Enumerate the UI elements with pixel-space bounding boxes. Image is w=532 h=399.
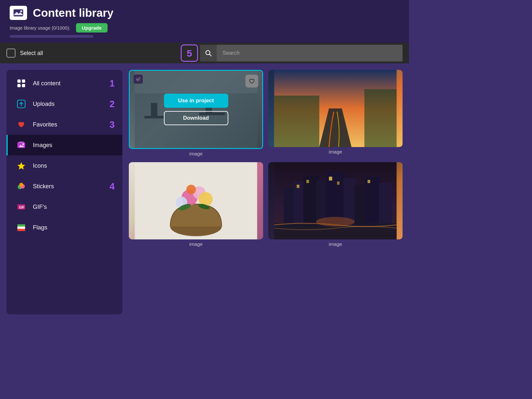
- sidebar-label-images: Images: [33, 142, 115, 149]
- page-title: Content library: [33, 6, 113, 19]
- svg-rect-1: [14, 9, 23, 16]
- header: Content library Image library usage (0/1…: [0, 0, 409, 43]
- sidebar-label-uploads: Uploads: [33, 100, 102, 107]
- svg-line-5: [210, 54, 212, 56]
- svg-rect-8: [17, 84, 21, 87]
- sidebar-label-favorites: Favorites: [33, 121, 102, 128]
- sidebar-item-images[interactable]: Images: [6, 135, 122, 155]
- search-input[interactable]: [217, 45, 403, 61]
- svg-rect-36: [365, 89, 397, 147]
- svg-rect-7: [22, 79, 25, 83]
- select-all-wrap: Select all: [6, 49, 181, 58]
- app-logo: [10, 6, 27, 20]
- sidebar-item-icons[interactable]: Icons: [6, 155, 122, 176]
- use-in-project-button-1[interactable]: Use in project: [164, 94, 228, 108]
- image-label-1: image: [129, 149, 263, 157]
- image-card-inner-2[interactable]: [268, 70, 403, 147]
- svg-rect-53: [355, 185, 366, 227]
- star-icon: [15, 160, 27, 172]
- badge-all-content: 1: [109, 78, 115, 89]
- images-icon: [15, 139, 27, 151]
- image-card-1[interactable]: Use in project Download image: [129, 70, 263, 157]
- svg-point-18: [19, 183, 23, 187]
- svg-point-43: [186, 185, 196, 194]
- stickers-icon: [15, 181, 27, 192]
- svg-text:GIF: GIF: [19, 206, 24, 209]
- svg-rect-54: [365, 177, 381, 227]
- image-city-night: [268, 162, 403, 239]
- svg-rect-56: [297, 185, 299, 188]
- sidebar-item-gifs[interactable]: GIF GIF's: [6, 197, 122, 217]
- sidebar-label-gifs: GIF's: [33, 203, 115, 210]
- svg-rect-55: [379, 183, 392, 227]
- flags-icon: [15, 222, 27, 233]
- svg-rect-58: [329, 177, 332, 181]
- download-button-1[interactable]: Download: [164, 111, 228, 125]
- sidebar-label-flags: Flags: [33, 224, 115, 231]
- badge-number: 5: [181, 44, 198, 62]
- image-label-3: image: [129, 239, 263, 247]
- svg-rect-60: [368, 180, 370, 183]
- svg-rect-12: [19, 142, 24, 143]
- image-card-2[interactable]: image: [268, 70, 403, 157]
- sidebar-item-flags[interactable]: Flags: [6, 217, 122, 238]
- sidebar-item-stickers[interactable]: Stickers 4: [6, 176, 122, 197]
- main-content: All content 1 Uploads 2 Favorites 3: [0, 63, 409, 321]
- image-label-4: image: [268, 239, 403, 247]
- svg-point-62: [316, 217, 355, 227]
- upgrade-button[interactable]: Upgrade: [76, 23, 108, 32]
- sidebar-item-all-content[interactable]: All content 1: [6, 73, 122, 94]
- svg-point-14: [23, 144, 24, 145]
- image-flowers: [129, 162, 263, 239]
- svg-rect-57: [307, 180, 309, 183]
- svg-rect-6: [17, 79, 21, 83]
- search-icon-button[interactable]: [200, 45, 217, 61]
- image-label-2: image: [268, 147, 403, 155]
- image-card-inner-4[interactable]: [268, 162, 403, 239]
- svg-rect-22: [17, 224, 25, 227]
- image-grid: Use in project Download image: [129, 70, 403, 247]
- svg-rect-35: [274, 96, 319, 147]
- sidebar-item-favorites[interactable]: Favorites 3: [6, 114, 122, 135]
- sidebar-label-icons: Icons: [33, 162, 115, 169]
- svg-rect-59: [337, 181, 340, 185]
- svg-rect-24: [17, 229, 25, 231]
- sidebar-label-all-content: All content: [33, 80, 102, 87]
- badge-favorites: 3: [109, 119, 115, 130]
- select-all-label: Select all: [20, 50, 43, 57]
- svg-rect-48: [294, 181, 303, 227]
- upload-icon: [15, 98, 27, 110]
- usage-label: Image library usage (0/1000):: [10, 25, 70, 31]
- gif-icon: GIF: [15, 201, 27, 213]
- badge-stickers: 4: [109, 181, 115, 192]
- sidebar: All content 1 Uploads 2 Favorites 3: [6, 70, 122, 314]
- svg-rect-9: [22, 84, 25, 87]
- select-all-checkbox[interactable]: [6, 49, 15, 58]
- badge-uploads: 2: [109, 99, 115, 109]
- usage-progress-bar: [10, 35, 93, 38]
- image-card-inner-1[interactable]: Use in project Download: [129, 70, 263, 149]
- image-card-4[interactable]: image: [268, 162, 403, 247]
- grid-icon: [15, 78, 27, 89]
- sidebar-label-stickers: Stickers: [33, 183, 102, 190]
- svg-rect-11: [17, 142, 25, 148]
- svg-marker-15: [17, 162, 25, 170]
- svg-rect-23: [17, 227, 25, 229]
- sidebar-item-uploads[interactable]: Uploads 2: [6, 94, 122, 114]
- content-area: Use in project Download image: [129, 70, 403, 314]
- card-overlay-1: Use in project Download: [130, 71, 262, 148]
- image-highway: [268, 70, 403, 147]
- toolbar: Select all 5: [0, 43, 409, 63]
- image-card-3[interactable]: image: [129, 162, 263, 247]
- image-card-inner-3[interactable]: [129, 162, 263, 239]
- svg-point-3: [20, 10, 22, 12]
- heart-icon: [15, 119, 27, 130]
